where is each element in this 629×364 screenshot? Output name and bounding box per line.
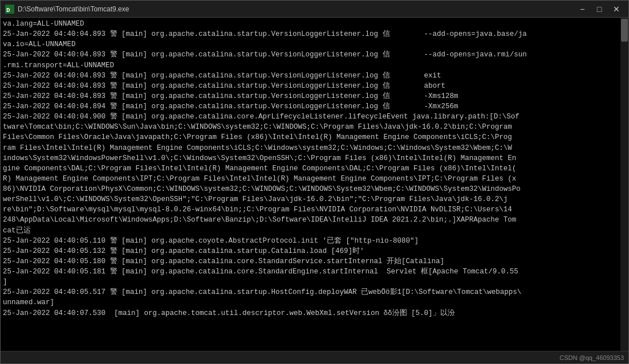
window-controls: − □ ✕ [575, 3, 624, 15]
minimize-button[interactable]: − [575, 3, 590, 15]
title-bar: D D:\Software\Tomcat\bin\Tomcat9.exe − □… [1, 1, 628, 18]
close-button[interactable]: ✕ [609, 3, 624, 15]
scrollbar[interactable] [620, 18, 628, 351]
console-output: va.lang=ALL-UNNAMED 25-Jan-2022 04:40:04… [1, 18, 620, 351]
app-icon: D [5, 5, 14, 14]
svg-text:D: D [6, 7, 10, 14]
title-bar-left: D D:\Software\Tomcat\bin\Tomcat9.exe [5, 5, 129, 14]
window-title: D:\Software\Tomcat\bin\Tomcat9.exe [18, 5, 129, 13]
status-text: CSDN @qq_46093353 [559, 354, 624, 361]
status-bar: CSDN @qq_46093353 [1, 351, 628, 363]
window: D D:\Software\Tomcat\bin\Tomcat9.exe − □… [0, 0, 629, 364]
console-area: va.lang=ALL-UNNAMED 25-Jan-2022 04:40:04… [1, 18, 628, 351]
scrollbar-thumb[interactable] [621, 19, 628, 42]
maximize-button[interactable]: □ [592, 3, 607, 15]
